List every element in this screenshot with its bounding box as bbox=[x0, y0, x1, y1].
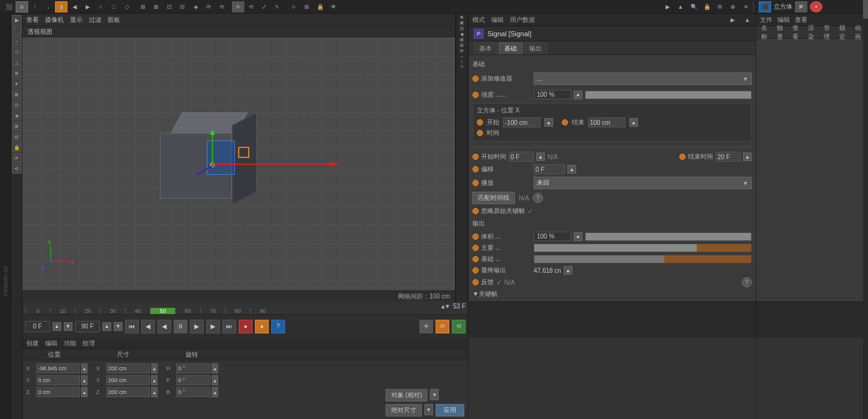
side-icon-11[interactable]: ⊞ bbox=[12, 121, 22, 131]
size-y-stepper[interactable]: ▲ bbox=[151, 375, 157, 385]
signal-tab-basic[interactable]: 基本 bbox=[474, 42, 497, 54]
tool-icon-4[interactable]: ↓ bbox=[42, 1, 54, 12]
tool-icon-14[interactable]: ⊟ bbox=[176, 1, 189, 12]
reverse-dot[interactable] bbox=[472, 279, 479, 285]
signal-arrow-up[interactable]: ▲ bbox=[743, 16, 752, 24]
tool-lock[interactable]: 🔒 bbox=[314, 1, 326, 12]
btn-pause[interactable]: ⏸ bbox=[174, 320, 187, 333]
match-timeline-button[interactable]: 匹配时间线 bbox=[472, 192, 515, 204]
rot-p-stepper[interactable]: ▲ bbox=[212, 375, 218, 385]
tool-icon-15[interactable]: ◈ bbox=[189, 1, 202, 12]
start-time-dot[interactable] bbox=[472, 154, 479, 160]
tool-icon-7[interactable]: ▶ bbox=[81, 1, 94, 12]
pos-x-input[interactable] bbox=[36, 363, 80, 373]
btn-record[interactable]: ● bbox=[239, 320, 252, 333]
btn-prev-key[interactable]: ◀ bbox=[141, 320, 155, 333]
main-dot[interactable] bbox=[472, 245, 479, 251]
offset-stepper[interactable]: ▲ bbox=[567, 165, 576, 174]
tool-icon-10[interactable]: ◇ bbox=[121, 1, 133, 12]
side-icon-5[interactable]: △ bbox=[12, 57, 22, 67]
btn-prev-frame[interactable]: ◀ bbox=[157, 320, 171, 333]
add-modifier-dot[interactable] bbox=[472, 76, 479, 82]
tool-move[interactable]: ✛ bbox=[232, 1, 244, 12]
signal-tab-foundation[interactable]: 基础 bbox=[499, 42, 522, 54]
side-icon-14[interactable]: ⟳ bbox=[12, 153, 22, 163]
tool-search[interactable]: 🔍 bbox=[687, 1, 700, 12]
signal-scrollbar[interactable] bbox=[863, 14, 868, 302]
tool-rotate[interactable]: ⟲ bbox=[245, 1, 257, 12]
vp-menu-display[interactable]: 显示 bbox=[70, 16, 82, 24]
end-time-dot[interactable] bbox=[679, 154, 686, 160]
tool-snap[interactable]: ⊹ bbox=[287, 1, 300, 12]
size-y-input[interactable] bbox=[106, 375, 150, 385]
tool-icon-8[interactable]: ○ bbox=[94, 1, 107, 12]
btn-move[interactable]: ✛ bbox=[419, 320, 433, 333]
btn-auto[interactable]: ● bbox=[255, 320, 269, 333]
tool-lock2[interactable]: 🔒 bbox=[701, 1, 713, 12]
side-icon-2[interactable]: ⬛ bbox=[12, 26, 22, 36]
vp-icon-8[interactable]: ↔ bbox=[460, 54, 464, 59]
tool-select[interactable]: ↖ bbox=[271, 1, 284, 12]
btn-to-start[interactable]: ⏮ bbox=[125, 320, 139, 333]
tool-icon-12[interactable]: ⊠ bbox=[150, 1, 162, 12]
pos-y-input[interactable] bbox=[36, 375, 80, 385]
side-icon-13[interactable]: 🔒 bbox=[12, 142, 22, 152]
far-right-p[interactable]: P bbox=[795, 1, 807, 12]
pos-z-input[interactable] bbox=[36, 387, 80, 397]
curve-chart-area[interactable]: 0.8 0.4 0.0 0.2 0.4 0.6 0.8 1.0 bbox=[472, 147, 752, 148]
btn-animate[interactable]: ⟳ bbox=[436, 320, 449, 333]
volume-dot[interactable] bbox=[472, 234, 479, 240]
tool-icon-2[interactable]: ⊕ bbox=[16, 1, 28, 12]
offset-dot[interactable] bbox=[472, 166, 479, 172]
rot-b-input[interactable] bbox=[176, 387, 211, 397]
frame-stepper-dn[interactable]: ▼ bbox=[444, 303, 451, 310]
tool-scale[interactable]: ⤢ bbox=[258, 1, 271, 12]
props-menu-create[interactable]: 创建 bbox=[26, 339, 39, 348]
size-z-stepper[interactable]: ▲ bbox=[151, 387, 157, 397]
start-dot[interactable] bbox=[477, 119, 483, 126]
frame-up[interactable]: ▲ bbox=[52, 322, 61, 331]
size-x-input[interactable] bbox=[106, 363, 150, 373]
start-frame-input[interactable] bbox=[25, 321, 50, 332]
signal-tab-output[interactable]: 输出 bbox=[524, 42, 547, 54]
start-value-input[interactable] bbox=[503, 117, 541, 127]
far-right-extra[interactable]: • bbox=[810, 1, 822, 12]
apply-button[interactable]: 应用 bbox=[436, 404, 464, 417]
final-output-stepper[interactable]: ▲ bbox=[564, 266, 572, 275]
playback-dropdown[interactable]: 来回 ▼ bbox=[534, 177, 752, 189]
side-icon-8[interactable]: ⊠ bbox=[12, 89, 22, 99]
props-menu-tex[interactable]: 纹理 bbox=[82, 339, 95, 348]
tool-icon-9[interactable]: □ bbox=[107, 1, 120, 12]
keyframes-label[interactable]: ▼关键帧 bbox=[472, 290, 497, 298]
side-icon-3[interactable]: ○ bbox=[12, 36, 22, 46]
signal-scrollbar-thumb[interactable] bbox=[863, 14, 868, 19]
size-dropdown[interactable]: ▼ bbox=[424, 404, 433, 415]
vp-icon-7[interactable]: ⟳ bbox=[460, 49, 464, 54]
rot-p-input[interactable] bbox=[176, 375, 211, 385]
tool-close[interactable]: ✕ bbox=[740, 1, 752, 12]
tool-icon-17[interactable]: ⟲ bbox=[216, 1, 228, 12]
tool-settings[interactable]: ⚙ bbox=[714, 1, 726, 12]
vp-menu-panel[interactable]: 面板 bbox=[107, 16, 120, 24]
rot-h-input[interactable] bbox=[176, 363, 211, 373]
side-icon-15[interactable]: ⟲ bbox=[12, 164, 22, 174]
size-z-input[interactable] bbox=[106, 387, 150, 397]
reverse-help-icon[interactable]: ? bbox=[742, 277, 752, 287]
rot-h-stepper[interactable]: ▲ bbox=[212, 363, 218, 373]
strength-value[interactable]: 100 % bbox=[534, 90, 571, 99]
end-dot[interactable] bbox=[562, 119, 568, 126]
btn-help[interactable]: ? bbox=[271, 320, 285, 333]
size-btn[interactable]: 绝对尺寸 bbox=[386, 404, 422, 417]
end-stepper[interactable]: ▲ bbox=[629, 118, 638, 127]
vp-icon-1[interactable]: ⊕ bbox=[460, 15, 464, 20]
tool-arrow-up[interactable]: ▲ bbox=[674, 1, 687, 12]
rot-b-stepper[interactable]: ▲ bbox=[212, 387, 218, 397]
strength-stepper[interactable]: ▲ bbox=[574, 91, 582, 99]
side-icon-4[interactable]: ◇ bbox=[12, 47, 22, 57]
far-right-icon[interactable]: ⬛ bbox=[759, 1, 771, 12]
tool-vis[interactable]: 👁 bbox=[327, 1, 339, 12]
far-menu-view[interactable]: 查看 bbox=[795, 16, 807, 24]
signal-menu-userdata[interactable]: 用户数据 bbox=[510, 16, 535, 24]
add-modifier-dropdown[interactable]: ... ▼ bbox=[534, 72, 752, 85]
tool-icon-13[interactable]: ⊡ bbox=[163, 1, 176, 12]
